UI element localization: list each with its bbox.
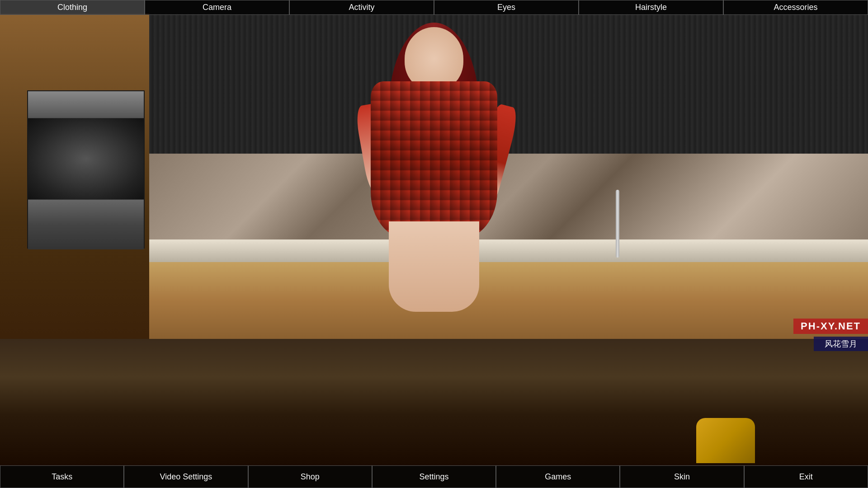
bottom-nav-exit[interactable]: Exit bbox=[744, 465, 868, 488]
bottom-nav-video-settings[interactable]: Video Settings bbox=[124, 465, 248, 488]
kitchen-faucet bbox=[616, 190, 619, 258]
char-legs bbox=[389, 221, 479, 312]
bottom-nav-tasks[interactable]: Tasks bbox=[0, 465, 124, 488]
top-nav-activity[interactable]: Activity bbox=[289, 0, 434, 15]
oven-area bbox=[27, 90, 145, 249]
top-nav: ClothingCameraActivityEyesHairstyleAcces… bbox=[0, 0, 868, 15]
app: PH-XY.NET 风花雪月 ClothingCameraActivityEye… bbox=[0, 0, 868, 488]
top-nav-clothing[interactable]: Clothing bbox=[0, 0, 145, 15]
bottom-nav-settings[interactable]: Settings bbox=[372, 465, 496, 488]
bottom-nav-shop[interactable]: Shop bbox=[248, 465, 372, 488]
char-head bbox=[405, 27, 463, 90]
top-nav-accessories[interactable]: Accessories bbox=[723, 0, 868, 15]
oven-bottom bbox=[28, 200, 144, 249]
watermark-site: PH-XY.NET bbox=[793, 319, 868, 334]
char-body bbox=[371, 81, 497, 239]
bottom-nav: TasksVideo SettingsShopSettingsGamesSkin… bbox=[0, 465, 868, 488]
oven-window bbox=[28, 118, 144, 200]
top-nav-eyes[interactable]: Eyes bbox=[434, 0, 579, 15]
watermark-cn: 风花雪月 bbox=[814, 337, 868, 351]
character-figure bbox=[355, 14, 513, 339]
top-nav-hairstyle[interactable]: Hairstyle bbox=[579, 0, 723, 15]
bottom-nav-skin[interactable]: Skin bbox=[620, 465, 744, 488]
watermark-area: PH-XY.NET 风花雪月 bbox=[651, 319, 868, 463]
bottom-nav-games[interactable]: Games bbox=[496, 465, 620, 488]
top-nav-camera[interactable]: Camera bbox=[145, 0, 289, 15]
oven-top bbox=[28, 91, 144, 118]
